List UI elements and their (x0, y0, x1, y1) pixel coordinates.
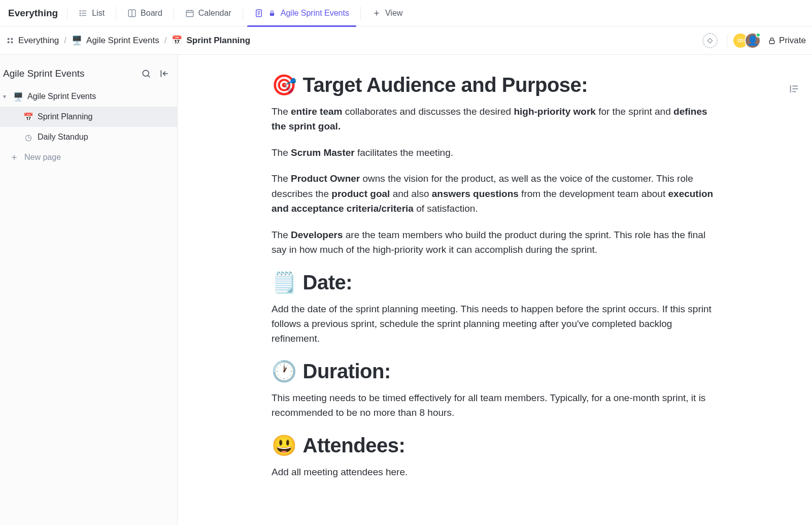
screen-icon: 🖥️ (13, 92, 23, 102)
tab-board-label: Board (141, 9, 162, 18)
doc-scroll-area[interactable]: 🎯 Target Audience and Purpose: The entir… (178, 55, 812, 525)
breadcrumb-actions: ∞ 👤 Private (702, 32, 806, 49)
breadcrumb-root[interactable]: Everything (6, 36, 59, 46)
notepad-icon: 🗒️ (272, 271, 297, 294)
plus-icon (10, 153, 18, 161)
breadcrumb-bar: Everything / 🖥️ Agile Sprint Events / 📅 … (0, 26, 812, 55)
divider (67, 7, 67, 20)
svg-rect-16 (270, 13, 274, 16)
list-icon (79, 9, 88, 18)
sidebar-tools (141, 68, 170, 79)
calendar-icon (185, 9, 194, 18)
doc-sidebar: Agile Sprint Events ▾ 🖥️ Agile Sprint Ev… (0, 55, 178, 525)
doc-icon (254, 9, 263, 18)
svg-point-3 (80, 10, 81, 11)
sidebar-item-label: Sprint Planning (38, 112, 93, 121)
privacy-button[interactable]: Private (768, 36, 806, 46)
grid-icon (6, 37, 14, 45)
privacy-label: Private (779, 36, 806, 46)
tab-add-view[interactable]: View (365, 0, 410, 26)
heading-text: Target Audience and Purpose: (303, 74, 588, 96)
divider (116, 7, 116, 20)
tab-calendar-label: Calendar (198, 9, 231, 18)
breadcrumb-space[interactable]: 🖥️ Agile Sprint Events (72, 35, 159, 46)
divider (174, 7, 174, 20)
sidebar-item-label: Daily Standup (38, 133, 88, 142)
lock-icon (768, 37, 776, 45)
breadcrumb-root-label: Everything (18, 36, 59, 46)
sidebar-header: Agile Sprint Events (0, 62, 177, 86)
search-button[interactable] (141, 68, 152, 79)
lock-icon (267, 9, 277, 18)
breadcrumb-page-label: Sprint Planning (186, 36, 250, 46)
breadcrumb-page[interactable]: 📅 Sprint Planning (172, 35, 250, 46)
heading-duration[interactable]: 🕐 Duration: (272, 359, 718, 383)
tab-list-label: List (92, 9, 105, 18)
smiley-icon: 😃 (272, 434, 297, 457)
clock-icon: 🕐 (272, 359, 297, 383)
body-layout: Agile Sprint Events ▾ 🖥️ Agile Sprint Ev… (0, 55, 812, 525)
tab-list[interactable]: List (72, 0, 112, 26)
caret-down-icon: ▾ (3, 93, 9, 100)
paragraph[interactable]: Add all meeting attendees here. (272, 465, 718, 479)
tab-add-view-label: View (385, 9, 402, 18)
heading-target-audience[interactable]: 🎯 Target Audience and Purpose: (272, 73, 718, 97)
svg-point-22 (11, 42, 13, 43)
heading-date[interactable]: 🗒️ Date: (272, 271, 718, 294)
calendar-page-icon: 📅 (172, 35, 182, 46)
sidebar-item-sprint-planning[interactable]: 📅 Sprint Planning (0, 107, 177, 127)
new-page-button[interactable]: New page (0, 147, 177, 168)
sidebar-item-daily-standup[interactable]: ◷ Daily Standup (0, 127, 177, 147)
svg-point-5 (80, 15, 81, 16)
presence-indicator (756, 32, 761, 38)
tab-calendar[interactable]: Calendar (178, 0, 239, 26)
sidebar-title: Agile Sprint Events (3, 68, 85, 79)
svg-point-21 (8, 42, 9, 43)
svg-line-25 (148, 76, 150, 78)
divider (727, 34, 727, 47)
breadcrumb-separator: / (164, 36, 167, 46)
screen-icon: 🖥️ (72, 35, 82, 46)
heading-text: Attendees: (303, 434, 405, 457)
svg-point-4 (80, 13, 81, 14)
tab-doc-agile-sprint-events[interactable]: Agile Sprint Events (247, 0, 356, 26)
paragraph[interactable]: The entire team collaborates and discuss… (272, 104, 718, 134)
paragraph[interactable]: This meeting needs to be timed effective… (272, 390, 718, 420)
sidebar-root-item[interactable]: ▾ 🖥️ Agile Sprint Events (0, 86, 177, 107)
heading-attendees[interactable]: 😃 Attendees: (272, 434, 718, 457)
clock-icon: ◷ (23, 133, 33, 142)
paragraph[interactable]: The Developers are the team members who … (272, 227, 718, 257)
paragraph[interactable]: The Scrum Master facilitates the meeting… (272, 145, 718, 160)
divider (243, 7, 243, 20)
breadcrumb: Everything / 🖥️ Agile Sprint Events / 📅 … (6, 35, 250, 46)
workspace-title: Everything (6, 8, 63, 19)
svg-rect-8 (186, 10, 193, 16)
plus-icon (372, 9, 381, 18)
add-tag-button[interactable] (702, 33, 718, 48)
svg-point-20 (11, 38, 13, 40)
divider (360, 7, 361, 20)
svg-point-24 (143, 70, 149, 76)
tab-board[interactable]: Board (120, 0, 170, 26)
sidebar-tree: ▾ 🖥️ Agile Sprint Events 📅 Sprint Planni… (0, 86, 177, 168)
svg-point-19 (8, 38, 9, 40)
paragraph[interactable]: Add the date of the sprint planning meet… (272, 302, 718, 346)
svg-rect-23 (769, 40, 774, 44)
avatar[interactable]: 👤 (745, 32, 761, 49)
heading-text: Duration: (303, 360, 391, 383)
sidebar-root-label: Agile Sprint Events (27, 92, 96, 101)
tab-doc-label: Agile Sprint Events (281, 9, 349, 18)
paragraph[interactable]: The Product Owner owns the vision for th… (272, 171, 718, 216)
breadcrumb-separator: / (64, 36, 66, 46)
board-icon (127, 9, 137, 18)
new-page-label: New page (24, 153, 61, 162)
calendar-page-icon: 📅 (23, 112, 33, 122)
outline-toggle-button[interactable] (789, 83, 800, 94)
collapse-sidebar-button[interactable] (159, 68, 170, 79)
doc-content: 🎯 Target Audience and Purpose: The entir… (261, 55, 728, 521)
heading-text: Date: (303, 271, 353, 294)
avatar-stack[interactable]: ∞ 👤 (736, 32, 761, 49)
target-icon: 🎯 (272, 73, 297, 97)
view-tabs-bar: Everything List Board Calendar Agile Spr… (0, 0, 812, 26)
breadcrumb-space-label: Agile Sprint Events (86, 36, 159, 46)
